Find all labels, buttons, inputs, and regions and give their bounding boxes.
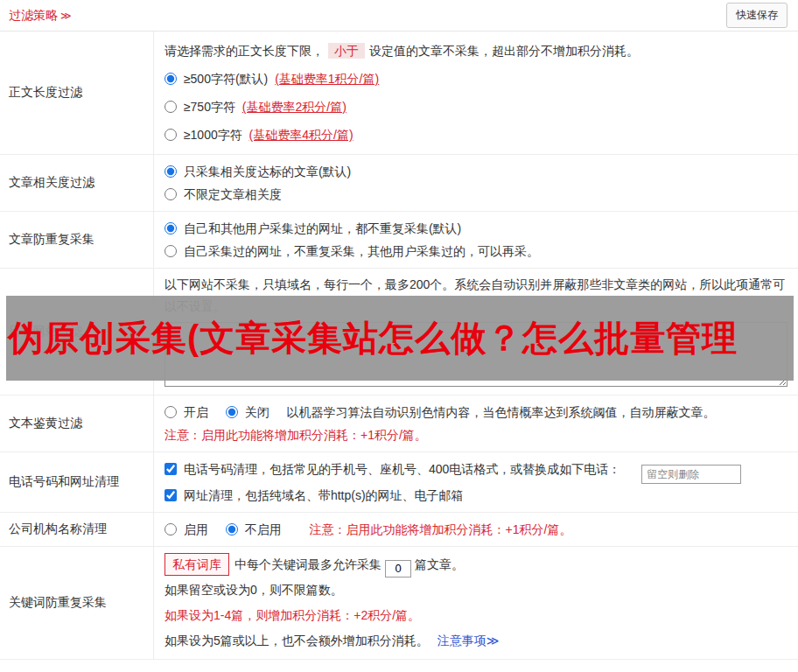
company-options-line: 启用 不启用 注意：启用此功能将增加积分消耗：+1积分/篇。 xyxy=(164,518,788,541)
porn-description: 以机器学习算法自动识别色情内容，当色情概率达到系统阈值，自动屏蔽文章。 xyxy=(287,405,716,419)
length-option-750-radio[interactable] xyxy=(164,101,177,113)
option-label: 电话号码清理，包括常见的手机号、座机号、400电话格式，或替换成如下电话： xyxy=(184,462,620,476)
option-label: 只采集相关度达标的文章(默认) xyxy=(184,164,351,178)
keyword-note-cost: 如果设为1-4篇，则增加积分消耗：+2积分/篇。 xyxy=(164,603,788,628)
length-intro-before: 请选择需求的正文长度下限， xyxy=(164,44,324,58)
row-phone-url-clean: 电话号码和网址清理 电话号码清理，包括常见的手机号、座机号、400电话格式，或替… xyxy=(0,452,798,513)
row-content-keyword: 私有词库中每个关键词最多允许采集篇文章。 如果留空或设为0，则不限篇数。 如果设… xyxy=(154,547,798,659)
keyword-note-five: 如果设为5篇或以上，也不会额外增加积分消耗。注意事项≫ xyxy=(164,628,788,654)
dedup-option-global[interactable]: 自己和其他用户采集过的网址，都不重复采集(默认) xyxy=(164,217,788,240)
option-note: (基础费率2积分/篇) xyxy=(242,100,346,114)
option-label: 网址清理，包括纯域名、带http(s)的网址、电子邮箱 xyxy=(184,488,464,502)
row-keyword-dedup: 关键词防重复采集 私有词库中每个关键词最多允许采集篇文章。 如果留空或设为0，则… xyxy=(0,547,798,660)
option-label: ≥500字符(默认) xyxy=(184,72,268,86)
option-label: ≥1000字符 xyxy=(184,128,242,142)
keyword-note-zero: 如果留空或设为0，则不限篇数。 xyxy=(164,578,788,603)
keyword-limit-text: 中每个关键词最多允许采集 xyxy=(234,557,382,571)
keyword-limit-input[interactable] xyxy=(385,560,411,578)
row-content-dedup: 自己和其他用户采集过的网址，都不重复采集(默认) 自己采集过的网址，不重复采集，… xyxy=(154,212,798,268)
company-option-on[interactable]: 启用 xyxy=(164,522,212,536)
length-intro: 请选择需求的正文长度下限，小于设定值的文章不采集，超出部分不增加积分消耗。 xyxy=(164,37,788,65)
notice-link[interactable]: 注意事项≫ xyxy=(438,634,500,648)
option-label: 开启 xyxy=(184,405,208,419)
option-label: 启用 xyxy=(184,522,208,536)
option-label: 不启用 xyxy=(245,522,282,536)
porn-option-off[interactable]: 关闭 xyxy=(226,405,273,419)
length-option-1000[interactable]: ≥1000字符 (基础费率4积分/篇) xyxy=(164,121,788,149)
watermark-overlay: 伪原创采集(文章采集站怎么做？怎么批量管理 xyxy=(6,296,794,381)
company-option-off[interactable]: 不启用 xyxy=(226,522,285,536)
row-relevance-filter: 文章相关度过滤 只采集相关度达标的文章(默认) 不限定文章相关度 xyxy=(0,155,798,212)
dedup-option-self-radio[interactable] xyxy=(164,245,177,257)
keyword-limit-line: 私有词库中每个关键词最多允许采集篇文章。 xyxy=(164,552,788,578)
topbar: 过滤策略≫ 快速保存 xyxy=(0,0,798,32)
chevron-double-icon: ≫ xyxy=(60,10,72,22)
length-option-500[interactable]: ≥500字符(默认) (基础费率1积分/篇) xyxy=(164,65,788,93)
page-title[interactable]: 过滤策略≫ xyxy=(9,8,72,24)
keyword-note-five-text: 如果设为5篇或以上，也不会额外增加积分消耗。 xyxy=(164,634,429,648)
company-cost-note: 注意：启用此功能将增加积分消耗：+1积分/篇。 xyxy=(310,522,572,536)
relevance-option-any-radio[interactable] xyxy=(164,188,177,200)
relevance-option-strict-radio[interactable] xyxy=(164,165,177,178)
phone-clean-option[interactable]: 电话号码清理，包括常见的手机号、座机号、400电话格式，或替换成如下电话： xyxy=(164,462,624,476)
phone-clean-line: 电话号码清理，包括常见的手机号、座机号、400电话格式，或替换成如下电话： xyxy=(164,458,788,484)
option-note: (基础费率4积分/篇) xyxy=(249,128,354,142)
replacement-phone-input[interactable] xyxy=(641,465,741,484)
porn-option-off-radio[interactable] xyxy=(226,406,238,418)
row-label-keyword: 关键词防重复采集 xyxy=(0,547,154,659)
row-content-phone-url: 电话号码清理，包括常见的手机号、座机号、400电话格式，或替换成如下电话： 网址… xyxy=(154,452,798,512)
option-label: 关闭 xyxy=(245,405,270,419)
row-company-clean: 公司机构名称清理 启用 不启用 注意：启用此功能将增加积分消耗：+1积分/篇。 xyxy=(0,513,798,547)
row-content-porn: 开启 关闭 以机器学习算法自动识别色情内容，当色情概率达到系统阈值，自动屏蔽文章… xyxy=(154,396,798,452)
row-label-company: 公司机构名称清理 xyxy=(0,513,154,546)
porn-option-on[interactable]: 开启 xyxy=(164,405,212,419)
url-clean-line: 网址清理，包括纯域名、带http(s)的网址、电子邮箱 xyxy=(164,484,788,507)
private-lexicon-button[interactable]: 私有词库 xyxy=(164,553,229,576)
length-intro-highlight: 小于 xyxy=(328,43,365,59)
relevance-option-strict[interactable]: 只采集相关度达标的文章(默认) xyxy=(164,160,788,183)
dedup-option-global-radio[interactable] xyxy=(164,222,177,234)
row-label-porn: 文本鉴黄过滤 xyxy=(0,396,154,452)
page-title-text: 过滤策略 xyxy=(9,8,58,22)
relevance-option-any[interactable]: 不限定文章相关度 xyxy=(164,183,788,206)
row-label-dedup: 文章防重复采集 xyxy=(0,212,154,268)
url-clean-checkbox[interactable] xyxy=(164,489,177,501)
porn-options-line: 开启 关闭 以机器学习算法自动识别色情内容，当色情概率达到系统阈值，自动屏蔽文章… xyxy=(164,401,788,424)
row-label-phone-url: 电话号码和网址清理 xyxy=(0,452,154,512)
option-note: (基础费率1积分/篇) xyxy=(275,72,379,86)
phone-clean-checkbox[interactable] xyxy=(164,463,177,475)
row-porn-filter: 文本鉴黄过滤 开启 关闭 以机器学习算法自动识别色情内容，当色情概率达到系统阈值… xyxy=(0,396,798,452)
porn-cost-note: 注意：启用此功能将增加积分消耗：+1积分/篇。 xyxy=(164,424,788,446)
length-option-750[interactable]: ≥750字符 (基础费率2积分/篇) xyxy=(164,93,788,121)
porn-option-on-radio[interactable] xyxy=(164,406,177,418)
option-label: 自己和其他用户采集过的网址，都不重复采集(默认) xyxy=(184,221,461,235)
company-option-on-radio[interactable] xyxy=(164,523,177,536)
length-option-500-radio[interactable] xyxy=(164,73,177,85)
url-clean-option[interactable]: 网址清理，包括纯域名、带http(s)的网址、电子邮箱 xyxy=(164,488,464,502)
row-label-length: 正文长度过滤 xyxy=(0,32,154,154)
option-label: 不限定文章相关度 xyxy=(184,187,282,201)
row-content-company: 启用 不启用 注意：启用此功能将增加积分消耗：+1积分/篇。 xyxy=(154,513,798,546)
length-option-1000-radio[interactable] xyxy=(164,129,177,141)
row-dedup-filter: 文章防重复采集 自己和其他用户采集过的网址，都不重复采集(默认) 自己采集过的网… xyxy=(0,212,798,269)
row-length-filter: 正文长度过滤 请选择需求的正文长度下限，小于设定值的文章不采集，超出部分不增加积… xyxy=(0,32,798,155)
length-intro-after: 设定值的文章不采集，超出部分不增加积分消耗。 xyxy=(369,44,639,58)
option-label: ≥750字符 xyxy=(184,100,235,114)
keyword-limit-suffix: 篇文章。 xyxy=(415,557,464,571)
option-label: 自己采集过的网址，不重复采集，其他用户采集过的，可以再采。 xyxy=(184,244,539,258)
company-option-off-radio[interactable] xyxy=(226,523,238,536)
row-content-relevance: 只采集相关度达标的文章(默认) 不限定文章相关度 xyxy=(154,155,798,211)
row-label-relevance: 文章相关度过滤 xyxy=(0,155,154,211)
quick-save-button[interactable]: 快速保存 xyxy=(726,3,788,28)
row-content-length: 请选择需求的正文长度下限，小于设定值的文章不采集，超出部分不增加积分消耗。 ≥5… xyxy=(154,32,798,154)
dedup-option-self[interactable]: 自己采集过的网址，不重复采集，其他用户采集过的，可以再采。 xyxy=(164,240,788,262)
